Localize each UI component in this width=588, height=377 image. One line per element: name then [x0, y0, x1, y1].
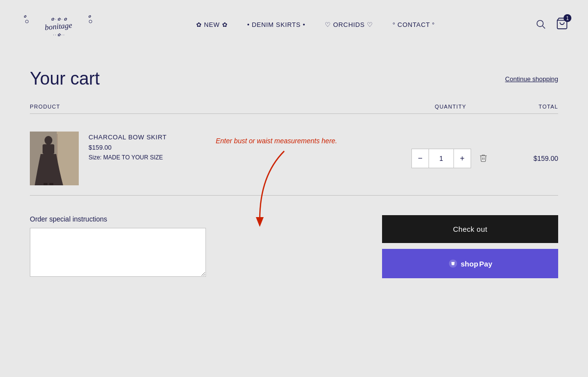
- svg-rect-17: [49, 183, 53, 185]
- checkout-section: Check out shopPay: [382, 215, 558, 278]
- bottom-section: Order special instructions Check out sho…: [30, 215, 558, 279]
- product-details: CHARCOAL BOW SKIRT $159.00 Size: MADE TO…: [89, 132, 167, 161]
- table-row: Enter bust or waist measurements here.: [30, 122, 558, 196]
- svg-text:✿ · ✿ · ✿: ✿ · ✿ · ✿: [51, 17, 68, 22]
- checkout-button[interactable]: Check out: [382, 215, 558, 243]
- svg-point-7: [537, 20, 543, 26]
- cart-title: Your cart: [30, 68, 100, 89]
- nav-denim-skirts[interactable]: • DENIM SKIRTS •: [247, 21, 305, 28]
- size-value: MADE TO YOUR SIZE: [103, 154, 163, 161]
- cart-button[interactable]: 1: [556, 17, 568, 32]
- quantity-value: 1: [429, 149, 453, 168]
- trash-icon: [479, 154, 488, 162]
- svg-text:✿: ✿: [23, 15, 27, 18]
- product-total: $159.00: [499, 155, 558, 162]
- shoppay-logo: shopPay: [448, 259, 493, 268]
- quantity-controls: − 1 +: [402, 149, 499, 168]
- nav-orchids[interactable]: ♡ ORCHIDS ♡: [325, 21, 373, 28]
- product-size: Size: MADE TO YOUR SIZE: [89, 154, 167, 161]
- main-nav: ✿ NEW ✿ • DENIM SKIRTS • ♡ ORCHIDS ♡ ° C…: [196, 21, 435, 28]
- col-product-header: PRODUCT: [30, 104, 402, 110]
- product-image: [30, 132, 79, 185]
- continue-shopping-link[interactable]: Continue shopping: [505, 75, 558, 83]
- product-price: $159.00: [89, 144, 167, 151]
- col-quantity-header: QUANTITY: [402, 104, 499, 110]
- svg-text:✿: ✿: [88, 15, 91, 18]
- cart-count-badge: 1: [564, 14, 571, 22]
- quantity-decrease-button[interactable]: −: [411, 149, 429, 168]
- nav-new[interactable]: ✿ NEW ✿: [196, 21, 227, 28]
- shoppay-icon: [448, 259, 458, 268]
- svg-point-3: [25, 20, 28, 23]
- quantity-increase-button[interactable]: +: [453, 149, 471, 168]
- remove-item-button[interactable]: [477, 152, 490, 166]
- search-button[interactable]: [533, 17, 548, 33]
- cart-header: Your cart Continue shopping: [30, 68, 558, 89]
- product-name: CHARCOAL BOW SKIRT: [89, 133, 167, 141]
- svg-text:bonitage: bonitage: [45, 21, 72, 32]
- instructions-textarea[interactable]: [30, 228, 206, 277]
- svg-line-8: [543, 26, 545, 28]
- svg-point-4: [89, 20, 92, 23]
- svg-rect-16: [44, 183, 47, 185]
- search-icon: [535, 19, 546, 29]
- size-label: Size:: [89, 154, 102, 161]
- site-logo[interactable]: ✿ · ✿ · ✿ bonitage · · ✿ · · ✿ ✿: [20, 7, 98, 43]
- shoppay-button[interactable]: shopPay: [382, 249, 558, 278]
- col-total-header: TOTAL: [499, 104, 558, 110]
- shoppay-text-suffix: Pay: [479, 260, 493, 268]
- svg-point-14: [45, 136, 52, 145]
- shoppay-text-prefix: shop: [461, 260, 478, 268]
- nav-contact[interactable]: ° CONTACT °: [392, 21, 434, 28]
- instructions-section: Order special instructions: [30, 215, 362, 279]
- svg-text:· · ✿ · ·: · · ✿ · ·: [53, 33, 65, 37]
- cart-table-header: PRODUCT QUANTITY TOTAL: [30, 104, 558, 114]
- instructions-label: Order special instructions: [30, 215, 362, 223]
- header-icons: 1: [533, 17, 568, 33]
- product-info: CHARCOAL BOW SKIRT $159.00 Size: MADE TO…: [30, 132, 402, 185]
- svg-rect-15: [43, 144, 54, 154]
